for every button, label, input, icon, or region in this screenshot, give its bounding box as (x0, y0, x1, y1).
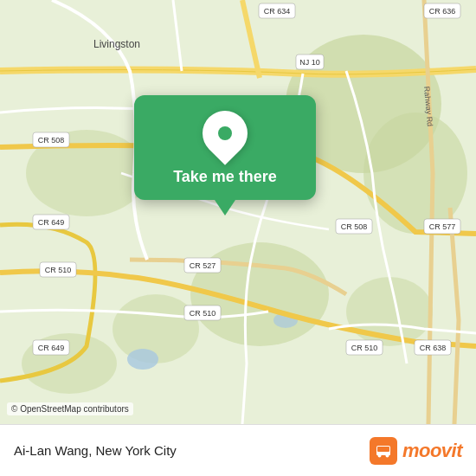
moovit-bus-icon (370, 437, 397, 465)
svg-text:CR 649: CR 649 (38, 218, 65, 227)
location-name: Ai-Lan Wang, New York City (14, 443, 177, 458)
svg-point-4 (113, 294, 199, 363)
svg-rect-42 (376, 453, 390, 455)
take-me-there-button[interactable]: Take me there (173, 168, 277, 186)
svg-text:CR 649: CR 649 (38, 344, 65, 352)
map-area: CR 634 CR 636 NJ 10 CR 508 CR 508 CR 649… (0, 0, 476, 424)
moovit-text: moovit (402, 440, 462, 462)
map-copyright: © OpenStreetMap contributors (7, 402, 133, 415)
svg-text:CR 527: CR 527 (190, 261, 216, 270)
svg-text:CR 510: CR 510 (45, 266, 72, 274)
svg-rect-39 (377, 447, 389, 452)
location-pin-icon (193, 101, 257, 165)
svg-text:CR 636: CR 636 (429, 7, 456, 16)
svg-text:CR 577: CR 577 (429, 222, 456, 231)
svg-text:CR 638: CR 638 (420, 344, 447, 352)
moovit-logo: moovit (370, 437, 462, 465)
svg-text:CR 508: CR 508 (38, 136, 65, 145)
navigation-popup[interactable]: Take me there (134, 95, 316, 200)
svg-text:CR 508: CR 508 (341, 222, 368, 231)
svg-text:CR 634: CR 634 (264, 7, 291, 16)
svg-text:Livingston: Livingston (93, 38, 140, 50)
bottom-bar: Ai-Lan Wang, New York City moovit (0, 424, 476, 476)
svg-text:CR 510: CR 510 (351, 344, 378, 352)
svg-text:NJ 10: NJ 10 (299, 58, 320, 67)
svg-text:CR 510: CR 510 (190, 309, 216, 318)
svg-point-8 (127, 349, 158, 370)
